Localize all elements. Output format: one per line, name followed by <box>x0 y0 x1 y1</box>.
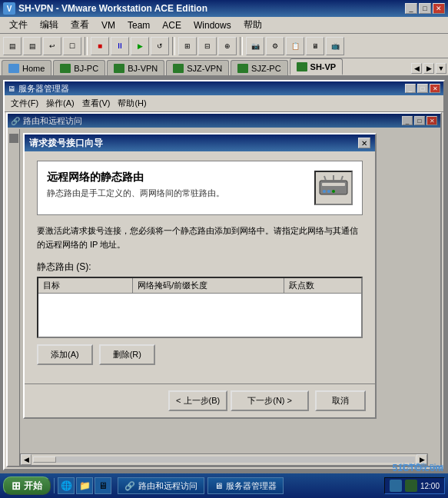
dialog-description: 要激活此请求拨号连接，您必须将一个静态路由添加到网络中。请指定此网络与其通信的远… <box>37 224 363 251</box>
table-label: 静态路由 (S): <box>37 261 363 274</box>
toolbar-stop-btn[interactable]: ■ <box>91 37 109 55</box>
dialog-title-text: 请求拨号接口向导 <box>29 137 103 150</box>
tab-sh-vp-icon <box>297 62 307 71</box>
server-manager-toolbar: 文件(F) 操作(A) 查看(V) 帮助(H) <box>5 95 443 112</box>
toolbar-separator-1 <box>85 37 88 55</box>
tab-navigation: ◀ ▶ ▼ <box>411 63 446 75</box>
dialog-main-desc: 静态路由是手工定义的、两网络间的常驻路由。 <box>47 188 305 199</box>
table-empty-area <box>38 294 361 335</box>
taskbar-item-routing[interactable]: 🔗 路由和远程访问 <box>118 477 204 494</box>
back-button[interactable]: < 上一步(B) <box>168 390 227 411</box>
horizontal-scrollbar[interactable]: ◀ ▶ <box>20 453 428 466</box>
toolbar-operation-menu[interactable]: 操作(A) <box>43 98 78 109</box>
ie-quick-launch[interactable]: 🌐 <box>58 477 75 494</box>
toolbar-pause-btn[interactable]: ⏸ <box>111 37 129 55</box>
delete-route-button[interactable]: 删除(R) <box>99 344 155 365</box>
start-button[interactable]: ⊞ 开始 <box>3 476 51 495</box>
toolbar-misc-2[interactable]: ⚙ <box>266 37 284 55</box>
toolbar-view-menu[interactable]: 查看(V) <box>79 98 114 109</box>
toolbar-btn-1[interactable]: ▤ <box>3 37 22 55</box>
dialog-close-button[interactable]: ✕ <box>358 138 370 148</box>
dial-wizard-dialog: 请求拨号接口向导 ✕ 远程网络的静态路由 静态路由是手工定义的、两网络间的常驻路… <box>23 133 377 419</box>
taskbar-item-server[interactable]: 🖥 服务器管理器 <box>207 477 284 494</box>
tab-sjz-vpn[interactable]: SJZ-VPN <box>166 60 229 75</box>
close-button[interactable]: ✕ <box>433 3 445 14</box>
toolbar-misc-3[interactable]: 📋 <box>286 37 304 55</box>
app-icon: V <box>3 2 15 15</box>
scroll-thumb[interactable] <box>33 456 56 463</box>
menu-help[interactable]: 帮助 <box>237 17 268 33</box>
tab-bj-pc[interactable]: BJ-PC <box>53 60 105 75</box>
minimize-button[interactable]: _ <box>405 3 417 14</box>
router-icon-container <box>314 171 353 205</box>
server-manager-title-text: 服务器管理器 <box>18 83 69 95</box>
menu-windows[interactable]: Windows <box>187 18 237 32</box>
toolbar-btn-2[interactable]: ▤ <box>23 37 41 55</box>
menu-ace[interactable]: ACE <box>156 18 187 32</box>
tray-icon-vmware[interactable] <box>390 480 402 492</box>
taskbar: ⊞ 开始 🌐 📁 🖥 🔗 路由和远程访问 🖥 服务器管理器 12:00 <box>0 473 448 498</box>
tab-bj-vpn-icon <box>114 64 124 73</box>
tab-home[interactable]: Home <box>2 60 51 75</box>
static-routes-table[interactable]: 目标 网络掩码/前缀长度 跃点数 <box>37 277 363 338</box>
tabs-bar: Home BJ-PC BJ-VPN SJZ-VPN SJZ-PC SH-VP ◀… <box>0 58 448 77</box>
col-destination: 目标 <box>38 278 133 293</box>
server-manager-close[interactable]: ✕ <box>430 84 440 93</box>
menu-vm[interactable]: VM <box>95 18 121 32</box>
add-route-button[interactable]: 添加(A) <box>37 344 93 365</box>
svg-point-3 <box>327 190 330 193</box>
toolbar-misc-1[interactable]: 📷 <box>246 37 264 55</box>
menu-edit[interactable]: 编辑 <box>34 17 65 33</box>
system-time: 12:00 <box>420 482 440 490</box>
server-manager-maximize[interactable]: □ <box>417 84 428 93</box>
tab-menu-button[interactable]: ▼ <box>436 63 446 74</box>
scroll-left-btn[interactable]: ◀ <box>21 454 32 465</box>
dialog-header-content: 远程网络的静态路由 静态路由是手工定义的、两网络间的常驻路由。 <box>47 171 305 199</box>
scroll-track[interactable] <box>33 456 415 463</box>
svg-rect-1 <box>322 183 345 186</box>
toolbar-separator-3 <box>240 37 243 55</box>
menu-team[interactable]: Team <box>121 18 156 32</box>
windows-logo-icon: ⊞ <box>12 480 21 492</box>
toolbar-network-3[interactable]: ⊕ <box>218 37 237 55</box>
toolbar-btn-4[interactable]: ☐ <box>63 37 81 55</box>
router-svg-icon <box>318 174 349 201</box>
toolbar-misc-5[interactable]: 📺 <box>326 37 344 55</box>
server-manager-minimize[interactable]: _ <box>405 84 416 93</box>
menu-view[interactable]: 查看 <box>65 17 95 33</box>
desktop-quick-launch[interactable]: 🖥 <box>95 477 111 494</box>
next-button[interactable]: 下一步(N) > <box>231 390 309 411</box>
toolbar-network-2[interactable]: ⊟ <box>198 37 217 55</box>
tab-bj-vpn[interactable]: BJ-VPN <box>107 60 164 75</box>
tab-sjz-pc-icon <box>237 64 248 73</box>
tab-prev-button[interactable]: ◀ <box>411 63 422 74</box>
tray-icon-network[interactable] <box>405 480 417 492</box>
svg-line-7 <box>341 176 343 181</box>
menu-bar: 文件 编辑 查看 VM Team ACE Windows 帮助 <box>0 17 448 34</box>
table-header-row: 目标 网络掩码/前缀长度 跃点数 <box>38 278 361 294</box>
toolbar-refresh-btn[interactable]: ↺ <box>151 37 169 55</box>
server-manager-icon: 🖥 <box>8 85 15 93</box>
svg-point-4 <box>332 190 335 193</box>
tab-sh-vp[interactable]: SH-VP <box>290 58 343 75</box>
tab-bj-pc-icon <box>60 64 71 73</box>
dialog-title-bar: 请求拨号接口向导 ✕ <box>25 134 375 151</box>
menu-file[interactable]: 文件 <box>3 17 34 33</box>
cancel-button[interactable]: 取消 <box>315 390 366 411</box>
toolbar: ▤ ▤ ↩ ☐ ■ ⏸ ▶ ↺ ⊞ ⊟ ⊕ 📷 ⚙ 📋 🖥 📺 <box>0 34 448 58</box>
dialog-footer: < 上一步(B) 下一步(N) > 取消 <box>25 383 375 417</box>
explorer-quick-launch[interactable]: 📁 <box>76 477 93 494</box>
tab-sjz-pc[interactable]: SJZ-PC <box>231 60 288 75</box>
col-metric: 跃点数 <box>284 278 361 293</box>
toolbar-help-menu[interactable]: 帮助(H) <box>114 98 149 109</box>
quick-launch: 🌐 📁 🖥 <box>58 477 111 494</box>
toolbar-play-btn[interactable]: ▶ <box>131 37 149 55</box>
dialog-overlay: 请求拨号接口向导 ✕ 远程网络的静态路由 静态路由是手工定义的、两网络间的常驻路… <box>8 114 440 466</box>
toolbar-file-menu[interactable]: 文件(F) <box>8 98 41 109</box>
tab-next-button[interactable]: ▶ <box>423 63 434 74</box>
toolbar-misc-4[interactable]: 🖥 <box>306 37 324 55</box>
toolbar-network-1[interactable]: ⊞ <box>178 37 197 55</box>
maximize-button[interactable]: □ <box>419 3 431 14</box>
system-tray: 12:00 <box>384 477 445 494</box>
toolbar-btn-3[interactable]: ↩ <box>43 37 61 55</box>
